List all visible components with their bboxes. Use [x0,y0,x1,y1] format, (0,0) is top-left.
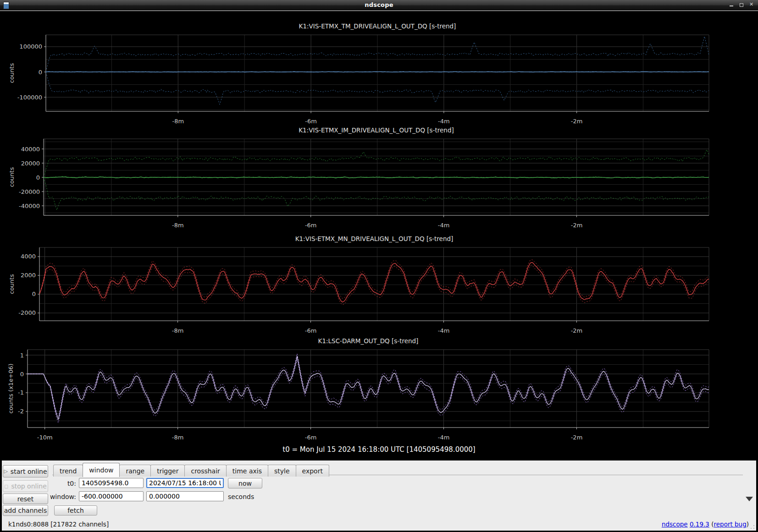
trace-max [28,354,709,417]
plot-grid[interactable]: 1000000-100000-8m-6m-4m-2mK1:VIS-ETMX_TM… [2,11,756,461]
x-tick-label: -2m [571,118,583,125]
status-links: ndscope 0.19.3 (report bug) [662,521,749,528]
stop-icon: ◻ [4,483,8,489]
maximize-button[interactable] [739,2,744,8]
window-stop-input[interactable] [146,491,224,501]
plot-title: K1:VIS-ETMX_TM_DRIVEALIGN_L_OUT_DQ [s-tr… [299,22,456,30]
y-axis-label: counts [8,167,15,187]
x-tick-label: -6m [305,118,317,125]
control-panel: ▷ start online ◻ stop online reset add c… [2,461,756,531]
resize-grip[interactable] [750,525,755,529]
start-online-button[interactable]: ▷ start online [3,465,48,477]
y-tick-label: 0 [32,291,36,297]
plot-0[interactable]: 1000000-100000-8m-6m-4m-2mK1:VIS-ETMX_TM… [8,22,709,125]
x-tick-label: -8m [172,434,184,441]
ndscope-link[interactable]: ndscope [662,521,688,528]
version-link[interactable]: 0.19.3 [690,521,709,528]
y-axis-label: counts [8,63,15,83]
tab-window[interactable]: window [83,463,120,477]
y-tick-label: 0 [20,371,24,378]
plot-traces [39,260,709,305]
y-tick-label: -2 [18,408,24,415]
x-tick-label: -8m [172,327,184,334]
plot-title: K1:VIS-ETMX_IM_DRIVEALIGN_L_OUT_DQ [s-tr… [299,126,454,134]
tab-bar: trendwindowrangetriggercrosshairtime axi… [53,462,329,477]
close-button[interactable] [749,2,754,8]
x-tick-label: -4m [438,434,450,441]
status-text: k1nds0:8088 [217822 channels] [8,521,109,528]
titlebar[interactable]: ndscope [0,0,758,11]
window-title: ndscope [0,1,758,8]
plot-1[interactable]: 40000200000-20000-40000-8m-6m-4m-2mK1:VI… [8,126,709,229]
y-tick-label: 40000 [21,146,40,153]
x-tick-label: -10m [37,434,53,441]
plot-traces [28,354,709,423]
trace-mean [39,263,709,302]
t0-gps-input[interactable] [79,478,144,488]
x-tick-label: -8m [172,118,184,125]
y-tick-label: -100000 [17,94,42,101]
y-tick-label: -20000 [19,188,40,195]
tab-time-axis[interactable]: time axis [226,465,268,477]
trace-min [28,360,709,423]
x-tick-label: -2m [571,434,583,441]
x-tick-label: -4m [438,118,450,125]
t0-utc-input[interactable] [146,478,224,488]
y-tick-label: 20000 [21,160,40,167]
trace-max [44,150,709,177]
y-tick-label: -1 [18,389,24,396]
tab-trigger[interactable]: trigger [150,465,185,477]
tab-range[interactable]: range [119,465,151,477]
report-bug-link[interactable]: report bug [714,521,747,528]
window-label-field: window: [29,491,76,502]
y-tick-label: -2000 [18,309,36,316]
y-tick-label: 2000 [21,272,36,279]
window-start-input[interactable] [79,491,144,501]
seconds-label: seconds [228,491,265,502]
t0-label-field: t0: [29,478,76,489]
x-tick-label: -6m [305,434,317,441]
tab-trend[interactable]: trend [53,465,83,477]
trace-min [44,177,709,210]
fetch-button[interactable]: fetch [54,505,97,516]
x-tick-label: -2m [571,327,583,334]
tab-crosshair[interactable]: crosshair [184,465,226,477]
y-tick-label: 1 [20,352,24,359]
plot-title: K1:VIS-ETMX_MN_DRIVEALIGN_L_OUT_DQ [s-tr… [295,235,454,242]
x-tick-label: -6m [305,222,317,229]
y-axis-label: counts [8,274,15,294]
play-icon: ▷ [4,468,7,474]
plot-traces [44,150,709,210]
t0-label: t0 = Mon Jul 15 2024 16:18:00 UTC [14050… [2,445,756,454]
plot-2[interactable]: 400020000-2000-8m-6m-4m-2mK1:VIS-ETMX_MN… [8,235,709,334]
minimize-button[interactable] [729,2,734,8]
x-tick-label: -4m [438,222,450,229]
y-axis-label: counts (x1e+06) [7,363,14,413]
y-tick-label: 0 [39,69,42,76]
plot-title: K1:LSC-DARM_OUT_DQ [s-trend] [318,337,419,345]
x-tick-label: -2m [571,222,583,229]
y-tick-label: 100000 [19,43,42,50]
now-button[interactable]: now [228,478,262,488]
add-channels-button[interactable]: add channels [3,505,48,516]
trace-mean [28,356,709,419]
y-tick-label: 4000 [21,253,36,260]
plot-3[interactable]: 10-1-2-10m-8m-6m-4m-2mK1:LSC-DARM_OUT_DQ… [7,337,709,441]
x-tick-label: -6m [305,327,317,334]
x-tick-label: -4m [438,327,450,334]
panel-expand-arrow-icon[interactable] [746,497,753,501]
tab-export[interactable]: export [296,465,329,477]
x-tick-label: -8m [172,222,184,229]
plot-area[interactable]: 1000000-100000-8m-6m-4m-2mK1:VIS-ETMX_TM… [2,11,756,461]
y-tick-label: -40000 [19,203,40,209]
y-tick-label: 0 [36,174,40,181]
tab-style[interactable]: style [268,465,296,477]
